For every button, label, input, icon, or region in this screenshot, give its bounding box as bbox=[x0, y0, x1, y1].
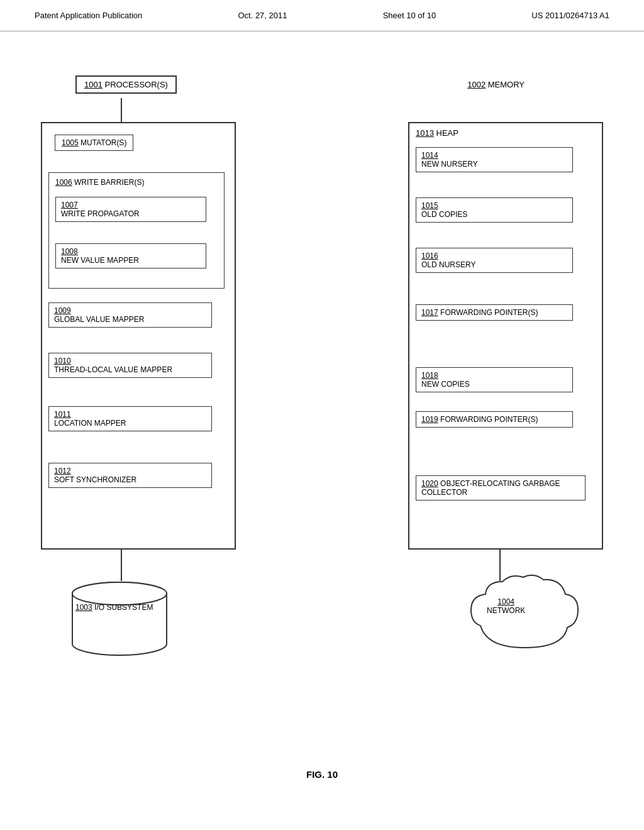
old-copies-id: 1015 bbox=[421, 201, 438, 210]
garbage-collector-box: 1020 OBJECT-RELOCATING GARBAGE COLLECTOR bbox=[416, 475, 586, 501]
new-nursery-label: NEW NURSERY bbox=[421, 160, 567, 169]
thread-local-label: THREAD-LOCAL VALUE MAPPER bbox=[54, 365, 206, 374]
io-subsystem: 1003 I/O SUBSYSTEM bbox=[69, 581, 170, 656]
global-value-mapper-box: 1009 GLOBAL VALUE MAPPER bbox=[48, 302, 212, 328]
old-nursery-id: 1016 bbox=[421, 252, 438, 260]
page-header: Patent Application Publication Oct. 27, … bbox=[0, 0, 644, 31]
processor-box: 1001 PROCESSOR(S) bbox=[75, 75, 177, 94]
network-cloud: 1004 NETWORK bbox=[468, 572, 581, 660]
write-barrier-group: 1006 WRITE BARRIER(S) 1007 WRITE PROPAGA… bbox=[48, 172, 225, 289]
forwarding-pointers-1-box: 1017 FORWARDING POINTER(S) bbox=[416, 304, 573, 321]
soft-sync-id: 1012 bbox=[54, 467, 71, 475]
write-barrier-label: 1006 WRITE BARRIER(S) bbox=[55, 178, 144, 187]
new-nursery-id: 1014 bbox=[421, 151, 438, 160]
old-nursery-label: OLD NURSERY bbox=[421, 260, 567, 269]
memory-id: 1002 bbox=[467, 80, 486, 89]
new-copies-label: NEW COPIES bbox=[421, 380, 567, 389]
network-id: 1004 bbox=[497, 597, 514, 606]
old-copies-label: OLD COPIES bbox=[421, 210, 567, 219]
global-value-mapper-label: GLOBAL VALUE MAPPER bbox=[54, 315, 206, 324]
fwd-ptr-1-label: FORWARDING POINTER(S) bbox=[440, 308, 538, 317]
connector-proc-to-container bbox=[121, 98, 122, 122]
new-value-mapper-id: 1008 bbox=[61, 247, 78, 256]
write-barrier-text: WRITE BARRIER(S) bbox=[74, 178, 144, 187]
heap-label: 1013 HEAP bbox=[416, 128, 458, 138]
forwarding-pointers-2-box: 1019 FORWARDING POINTER(S) bbox=[416, 411, 573, 428]
new-nursery-box: 1014 NEW NURSERY bbox=[416, 147, 573, 172]
svg-point-6 bbox=[72, 582, 167, 605]
location-mapper-id: 1011 bbox=[54, 410, 71, 419]
mutator-id: 1005 bbox=[62, 138, 79, 147]
thread-local-id: 1010 bbox=[54, 357, 71, 365]
old-copies-box: 1015 OLD COPIES bbox=[416, 197, 573, 223]
network-cloud-svg bbox=[468, 572, 581, 660]
processor-container: 1005 MUTATOR(S) 1006 WRITE BARRIER(S) 10… bbox=[41, 122, 236, 550]
location-mapper-box: 1011 LOCATION MAPPER bbox=[48, 406, 212, 431]
write-propagator-box: 1007 WRITE PROPAGATOR bbox=[55, 197, 206, 222]
header-patent-number: US 2011/0264713 A1 bbox=[531, 11, 609, 20]
old-nursery-box: 1016 OLD NURSERY bbox=[416, 248, 573, 273]
fwd-ptr-2-id: 1019 bbox=[421, 415, 438, 424]
io-cylinder-svg bbox=[69, 581, 170, 656]
mutator-box: 1005 MUTATOR(S) bbox=[55, 135, 133, 151]
fwd-ptr-1-id: 1017 bbox=[421, 308, 438, 317]
conn-proc-io-v bbox=[121, 550, 122, 581]
heap-text: HEAP bbox=[436, 128, 458, 138]
heap-id: 1013 bbox=[416, 128, 434, 138]
fig-label: FIG. 10 bbox=[0, 769, 644, 780]
memory-text: MEMORY bbox=[488, 80, 525, 89]
network-text: NETWORK bbox=[487, 606, 525, 615]
new-copies-box: 1018 NEW COPIES bbox=[416, 367, 573, 392]
new-copies-id: 1018 bbox=[421, 371, 438, 380]
header-date: Oct. 27, 2011 bbox=[238, 11, 287, 20]
processor-id: 1001 bbox=[84, 80, 103, 89]
soft-synchronizer-box: 1012 SOFT SYNCHRONIZER bbox=[48, 463, 212, 488]
thread-local-box: 1010 THREAD-LOCAL VALUE MAPPER bbox=[48, 353, 212, 378]
io-label-container: 1003 I/O SUBSYSTEM bbox=[75, 603, 153, 612]
global-value-mapper-id: 1009 bbox=[54, 306, 71, 315]
gc-id: 1020 bbox=[421, 479, 438, 488]
mutator-label: MUTATOR(S) bbox=[80, 138, 126, 147]
new-value-mapper-label: NEW VALUE MAPPER bbox=[61, 256, 201, 265]
soft-sync-label: SOFT SYNCHRONIZER bbox=[54, 475, 206, 484]
memory-label: 1002 MEMORY bbox=[467, 80, 525, 89]
gc-label: OBJECT-RELOCATING GARBAGE COLLECTOR bbox=[421, 479, 560, 497]
location-mapper-label: LOCATION MAPPER bbox=[54, 419, 206, 428]
io-text: I/O SUBSYSTEM bbox=[94, 603, 153, 612]
network-label-container: 1004 NETWORK bbox=[487, 597, 525, 615]
new-value-mapper-box: 1008 NEW VALUE MAPPER bbox=[55, 243, 206, 268]
write-barrier-id: 1006 bbox=[55, 178, 72, 187]
header-sheet: Sheet 10 of 10 bbox=[383, 11, 436, 20]
io-id: 1003 bbox=[75, 603, 92, 612]
write-propagator-label: WRITE PROPAGATOR bbox=[61, 209, 201, 218]
memory-container: 1013 HEAP 1014 NEW NURSERY 1015 OLD COPI… bbox=[408, 122, 603, 550]
processor-label: PROCESSOR(S) bbox=[105, 80, 168, 89]
write-propagator-id: 1007 bbox=[61, 201, 78, 209]
header-publication: Patent Application Publication bbox=[35, 11, 142, 20]
fwd-ptr-2-label: FORWARDING POINTER(S) bbox=[440, 415, 538, 424]
